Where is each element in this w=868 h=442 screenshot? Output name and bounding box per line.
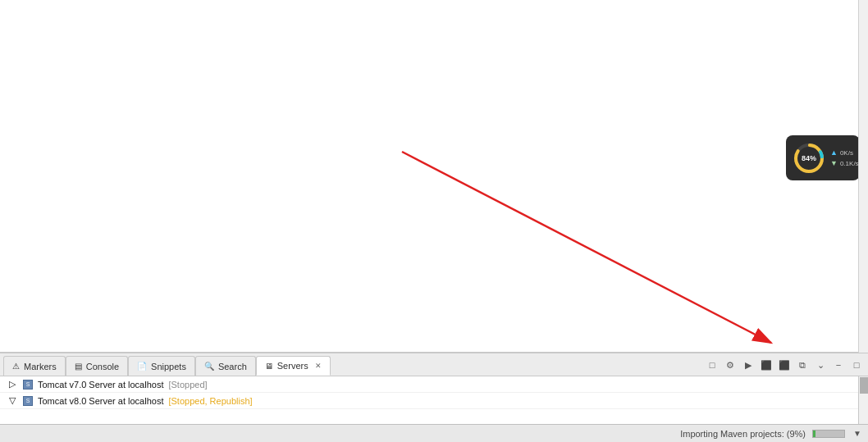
tab-snippets[interactable]: 📄 Snippets — [128, 356, 195, 376]
tab-servers[interactable]: 🖥 Servers ✕ — [256, 356, 331, 376]
tab-console[interactable]: ▤ Console — [66, 356, 128, 376]
server-icon-tomcat8: S — [23, 396, 33, 406]
cpu-percent-label: 84% — [802, 154, 816, 162]
server-status-tomcat7: [Stopped] — [168, 380, 207, 390]
tab-servers-close[interactable]: ✕ — [315, 362, 322, 370]
toolbar-btn-maximize[interactable]: □ — [848, 357, 865, 373]
server-icon-tomcat7: S — [23, 380, 33, 390]
server-item-tomcat7[interactable]: ▷ S Tomcat v7.0 Server at localhost [Sto… — [0, 376, 868, 393]
progress-bar — [812, 430, 845, 438]
net-download-row: ▼ 0.1K/s — [830, 159, 859, 167]
main-scrollbar[interactable] — [858, 0, 868, 353]
servers-icon: 🖥 — [265, 362, 273, 371]
server-name-tomcat8: Tomcat v8.0 Server at localhost — [38, 396, 163, 406]
toolbar-btn-gear[interactable]: ⚙ — [722, 357, 738, 373]
toolbar-btn-play[interactable]: ▶ — [740, 357, 756, 373]
search-icon: 🔍 — [204, 362, 214, 371]
scrollbar-thumb — [860, 377, 868, 394]
tab-markers[interactable]: ⚠ Markers — [3, 356, 66, 376]
toolbar-btn-stop2[interactable]: ⬛ — [776, 357, 793, 373]
server-name-tomcat7: Tomcat v7.0 Server at localhost — [38, 380, 163, 390]
tab-search-label: Search — [218, 362, 247, 371]
tab-search[interactable]: 🔍 Search — [195, 356, 256, 376]
toolbar-btn-publish[interactable]: ⧉ — [794, 357, 811, 373]
annotation-arrow — [0, 0, 868, 353]
tab-console-label: Console — [86, 362, 119, 371]
status-text: Importing Maven projects: (9%) — [680, 429, 806, 439]
snippets-icon: 📄 — [137, 362, 147, 371]
server-status-tomcat8: [Stopped, Republish] — [168, 396, 252, 406]
server-item-tomcat8[interactable]: ▽ S Tomcat v8.0 Server at localhost [Sto… — [0, 393, 868, 409]
toolbar-btn-minimize[interactable]: − — [830, 357, 847, 373]
editor-area: 84% ▲ 0K/s ▼ 0.1K/s — [0, 0, 868, 353]
console-icon: ▤ — [75, 362, 82, 371]
cpu-network-stats: ▲ 0K/s ▼ 0.1K/s — [830, 148, 859, 167]
progress-bar-fill — [813, 431, 815, 437]
panel-toolbar: □ ⚙ ▶ ⬛ ⬛ ⧉ ⌄ − □ — [704, 353, 868, 376]
net-upload-row: ▲ 0K/s — [830, 148, 859, 157]
status-minimize-button[interactable]: ▼ — [852, 428, 863, 440]
upload-arrow-icon: ▲ — [830, 148, 838, 157]
toolbar-btn-stop1[interactable]: ⬛ — [758, 357, 774, 373]
server-expand-icon-2: ▽ — [7, 395, 18, 407]
tab-bar: ⚠ Markers ▤ Console 📄 Snippets 🔍 Search … — [0, 353, 868, 376]
net-upload-value: 0K/s — [840, 149, 853, 157]
tab-markers-label: Markers — [24, 362, 57, 371]
cpu-circle: 84% — [793, 142, 825, 175]
cpu-widget: 84% ▲ 0K/s ▼ 0.1K/s — [786, 135, 860, 180]
download-arrow-icon: ▼ — [830, 159, 838, 167]
net-download-value: 0.1K/s — [840, 160, 859, 167]
toolbar-btn-square[interactable]: □ — [704, 357, 720, 373]
markers-icon: ⚠ — [12, 362, 20, 371]
toolbar-btn-dropdown[interactable]: ⌄ — [812, 357, 829, 373]
tab-snippets-label: Snippets — [151, 362, 186, 371]
svg-line-1 — [402, 152, 771, 343]
status-bar: Importing Maven projects: (9%) ▼ — [0, 424, 868, 442]
tab-servers-label: Servers — [277, 361, 308, 371]
server-expand-icon: ▷ — [7, 379, 18, 390]
